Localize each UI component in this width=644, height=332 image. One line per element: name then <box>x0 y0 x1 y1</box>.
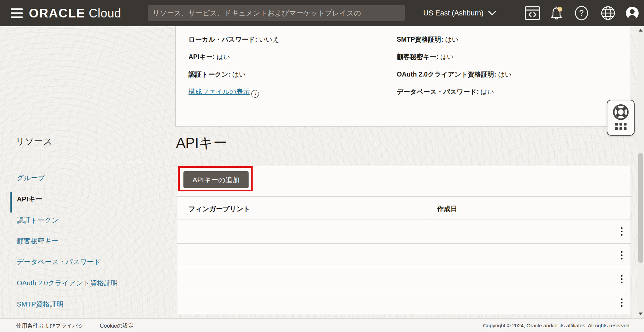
add-api-key-button[interactable]: APIキーの追加 <box>183 171 249 188</box>
kebab-menu-icon[interactable] <box>617 248 626 262</box>
region-label: US East (Ashburn) <box>423 9 483 17</box>
code-console-icon[interactable] <box>524 0 541 26</box>
capability-row: SMTP資格証明: はい <box>397 35 459 44</box>
column-header-fingerprint: フィンガープリント <box>188 204 250 214</box>
column-divider <box>431 196 431 220</box>
divider <box>177 196 631 197</box>
help-icon[interactable]: ? <box>573 0 590 26</box>
vertical-scrollbar[interactable] <box>637 26 644 318</box>
notification-dot <box>558 7 562 12</box>
capability-row: APIキー: はい <box>188 52 230 61</box>
brand-oracle: ORACLE <box>29 6 85 20</box>
resources-title: リソース <box>15 135 52 147</box>
divider <box>177 220 631 220</box>
sidebar-divider <box>15 162 155 162</box>
row-divider <box>177 267 631 267</box>
column-header-created: 作成日 <box>437 204 457 214</box>
capability-row: 認証トークン: はい <box>188 70 246 79</box>
apps-grid-icon[interactable] <box>615 123 627 130</box>
sidebar-item-smtp-credentials[interactable]: SMTP資格証明 <box>17 299 63 309</box>
language-globe-icon[interactable] <box>599 0 617 26</box>
global-search[interactable] <box>148 5 405 21</box>
sidebar-item-customer-secret-keys[interactable]: 顧客秘密キー <box>17 236 58 246</box>
chevron-down-icon <box>488 11 496 16</box>
oracle-cloud-logo[interactable]: ORACLE Cloud <box>29 6 121 20</box>
brand-cloud: Cloud <box>89 6 121 20</box>
sidebar-item-auth-tokens[interactable]: 認証トークン <box>17 216 58 225</box>
scrollbar-thumb[interactable] <box>638 153 643 263</box>
kebab-menu-icon[interactable] <box>617 225 626 238</box>
capability-row: 顧客秘密キー: はい <box>397 52 454 61</box>
search-input[interactable] <box>148 5 405 21</box>
scroll-up-arrow[interactable] <box>639 29 643 32</box>
capability-row: OAuth 2.0クライアント資格証明: はい <box>397 70 512 79</box>
hamburger-icon[interactable] <box>11 8 24 18</box>
region-selector[interactable]: US East (Ashburn) <box>423 0 496 26</box>
capabilities-card: ローカル・パスワード: いいえ APIキー: はい 認証トークン: はい 構成フ… <box>175 26 631 127</box>
view-config-file-link[interactable]: 構成ファイルの表示 <box>188 88 250 95</box>
notification-bell-icon[interactable] <box>548 0 565 26</box>
user-avatar-icon[interactable] <box>624 0 641 26</box>
config-file-row: 構成ファイルの表示i <box>188 87 259 98</box>
api-keys-card: APIキーの追加 フィンガープリント 作成日 <box>177 166 631 314</box>
capability-row: データベース・パスワード: はい <box>397 87 494 96</box>
copyright-text: Copyright © 2024, Oracle and/or its affi… <box>483 323 631 329</box>
top-header-bar: ORACLE Cloud US East (Ashburn) ? <box>0 0 644 26</box>
sidebar-item-api-keys[interactable]: APIキー <box>17 194 42 204</box>
terms-privacy-link[interactable]: 使用条件およびプライバシ <box>16 322 84 330</box>
sidebar-item-groups[interactable]: グループ <box>17 173 45 183</box>
kebab-menu-icon[interactable] <box>617 296 626 309</box>
capability-row: ローカル・パスワード: いいえ <box>188 35 279 44</box>
sidebar-item-database-passwords[interactable]: データベース・パスワード <box>17 257 101 267</box>
active-item-bar <box>10 192 12 212</box>
support-life-ring-icon[interactable] <box>612 103 630 121</box>
row-divider <box>177 291 631 291</box>
cookie-settings-link[interactable]: Cookieの設定 <box>100 322 134 330</box>
info-icon[interactable]: i <box>251 90 259 98</box>
svg-text:?: ? <box>579 9 584 17</box>
sidebar-item-oauth-credentials[interactable]: OAuth 2.0クライアント資格証明 <box>17 278 118 288</box>
footer-bar: 使用条件およびプライバシ Cookieの設定 Copyright © 2024,… <box>0 318 644 332</box>
row-divider <box>177 243 631 244</box>
support-widget <box>607 100 635 136</box>
scroll-down-arrow[interactable] <box>639 313 643 315</box>
kebab-menu-icon[interactable] <box>617 272 626 286</box>
page-title: APIキー <box>176 134 227 152</box>
